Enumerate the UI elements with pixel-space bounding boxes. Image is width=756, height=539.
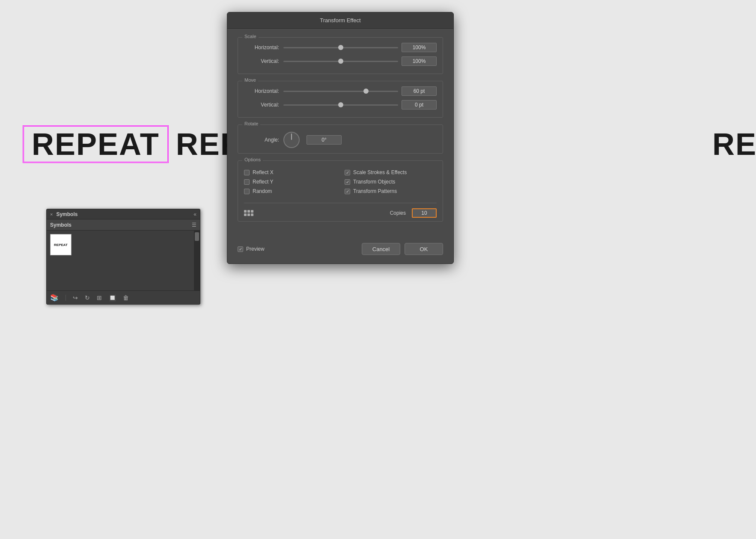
symbols-panel: × Symbols « Symbols ☰ REPEAT 📚 ↪ ↻ ⊞ [46, 209, 200, 305]
grid-icon [244, 210, 253, 216]
repeat-word-4[interactable]: REPEAT [704, 126, 756, 162]
scrollbar-thumb[interactable] [195, 232, 199, 241]
grid-dot-6 [251, 213, 253, 216]
random-row: Random [244, 188, 336, 194]
symbols-expand-icon[interactable]: « [193, 211, 196, 217]
symbol-thumb-label: REPEAT [54, 243, 68, 247]
move-vertical-row: Vertical: [244, 100, 437, 110]
reflect-x-label: Reflect X [253, 169, 274, 175]
footer-buttons: Cancel OK [362, 243, 443, 255]
delete-icon[interactable]: 🗑 [123, 294, 129, 301]
reflect-x-checkbox[interactable] [244, 170, 250, 175]
move-vertical-track [283, 104, 398, 106]
dialog-titlebar: Transform Effect [227, 12, 453, 29]
new-symbol-icon[interactable]: ⊞ [97, 294, 102, 301]
symbols-close-button[interactable]: × [50, 212, 53, 217]
options-legend: Options [242, 157, 263, 162]
symbol-thumb-repeat[interactable]: REPEAT [50, 234, 71, 255]
symbols-panel-title: Symbols [56, 211, 77, 217]
grid-dot-5 [247, 213, 250, 216]
break-link-icon[interactable]: ↻ [85, 294, 90, 301]
symbols-scrollbar[interactable] [194, 231, 200, 290]
scale-horizontal-label: Horizontal: [244, 44, 279, 50]
scale-strokes-row: ✓ Scale Strokes & Effects [345, 169, 437, 175]
transform-patterns-label: Transform Patterns [353, 188, 397, 194]
move-horizontal-input[interactable] [402, 86, 437, 96]
dialog-body: Scale Horizontal: Vertical: [227, 29, 453, 237]
scale-vertical-input[interactable] [402, 56, 437, 66]
symbols-header-label: Symbols [50, 222, 71, 228]
copies-label: Copies [390, 210, 406, 216]
scale-vertical-label: Vertical: [244, 58, 279, 64]
move-vertical-label: Vertical: [244, 102, 279, 108]
angle-label: Angle: [244, 137, 279, 143]
move-horizontal-slider[interactable] [283, 88, 398, 95]
move-legend: Move [242, 77, 258, 83]
grid-dot-4 [244, 213, 247, 216]
cancel-button[interactable]: Cancel [362, 243, 400, 255]
scale-vertical-row: Vertical: [244, 56, 437, 66]
reflect-y-checkbox[interactable] [244, 179, 250, 185]
copies-input[interactable] [412, 208, 437, 218]
move-vertical-input[interactable] [402, 100, 437, 110]
transform-objects-row: ✓ Transform Objects [345, 179, 437, 185]
rotate-row: Angle: [244, 130, 437, 150]
preview-label: Preview [246, 246, 265, 252]
scale-section: Scale Horizontal: Vertical: [238, 37, 443, 74]
random-checkbox[interactable] [244, 189, 250, 194]
symbols-content: REPEAT [47, 231, 200, 290]
scale-horizontal-thumb[interactable] [338, 45, 343, 50]
move-horizontal-row: Horizontal: [244, 86, 437, 96]
move-horizontal-label: Horizontal: [244, 88, 279, 94]
symbols-header: Symbols ☰ [47, 219, 200, 231]
transform-patterns-checkbox[interactable]: ✓ [345, 189, 350, 194]
transform-objects-checkbox[interactable]: ✓ [345, 179, 350, 185]
symbols-titlebar: × Symbols « [47, 209, 200, 219]
transform-objects-label: Transform Objects [353, 179, 395, 185]
transform-effect-dialog: Transform Effect Scale Horizontal: Verti… [227, 12, 454, 264]
footer-separator [65, 295, 66, 301]
place-symbol-icon[interactable]: ↪ [73, 294, 78, 301]
dialog-title: Transform Effect [320, 17, 360, 24]
scale-horizontal-track [283, 47, 398, 48]
options-grid: Reflect X ✓ Scale Strokes & Effects Refl… [244, 166, 437, 198]
preview-row: ✓ Preview [238, 246, 265, 252]
reflect-x-row: Reflect X [244, 169, 336, 175]
transform-patterns-row: ✓ Transform Patterns [345, 188, 437, 194]
preview-checkbox[interactable]: ✓ [238, 246, 243, 252]
reflect-y-row: Reflect Y [244, 179, 336, 185]
scale-vertical-track [283, 61, 398, 62]
scale-strokes-checkbox[interactable]: ✓ [345, 170, 350, 175]
move-vertical-thumb[interactable] [338, 102, 343, 107]
symbols-footer: 📚 ↪ ↻ ⊞ 🔲 🗑 [47, 290, 200, 304]
grid-dot-1 [244, 210, 247, 213]
rotate-legend: Rotate [242, 121, 260, 126]
ok-button[interactable]: OK [405, 243, 443, 255]
angle-dial-line [291, 133, 292, 139]
move-horizontal-thumb[interactable] [363, 89, 369, 94]
angle-dial[interactable] [283, 132, 300, 148]
grid-dot-2 [247, 210, 250, 213]
scale-horizontal-input[interactable] [402, 43, 437, 52]
symbol-library-icon[interactable]: 📚 [50, 293, 59, 302]
symbols-menu-icon[interactable]: ☰ [192, 222, 196, 228]
scale-vertical-thumb[interactable] [338, 59, 343, 64]
copies-row: Copies [244, 203, 437, 218]
angle-input[interactable] [307, 135, 342, 145]
grid-dot-3 [251, 210, 253, 213]
scale-horizontal-slider[interactable] [283, 44, 398, 51]
move-vertical-slider[interactable] [283, 101, 398, 108]
move-horizontal-track [283, 91, 398, 92]
symbols-list[interactable]: REPEAT [47, 231, 194, 290]
repeat-word-1[interactable]: REPEAT [24, 126, 168, 162]
options-section: Options Reflect X ✓ Scale Strokes & Effe… [238, 160, 443, 222]
scale-strokes-label: Scale Strokes & Effects [353, 169, 407, 175]
scale-vertical-slider[interactable] [283, 58, 398, 65]
canvas-area: REPEAT REPEAT REPEAT REPEAT R × Symbols … [0, 0, 756, 539]
scale-legend: Scale [242, 34, 259, 39]
reflect-y-label: Reflect Y [253, 179, 273, 185]
random-label: Random [253, 188, 272, 194]
dialog-footer: ✓ Preview Cancel OK [227, 237, 453, 264]
duplicate-icon[interactable]: 🔲 [109, 294, 116, 301]
move-section: Move Horizontal: Vertical: [238, 81, 443, 118]
